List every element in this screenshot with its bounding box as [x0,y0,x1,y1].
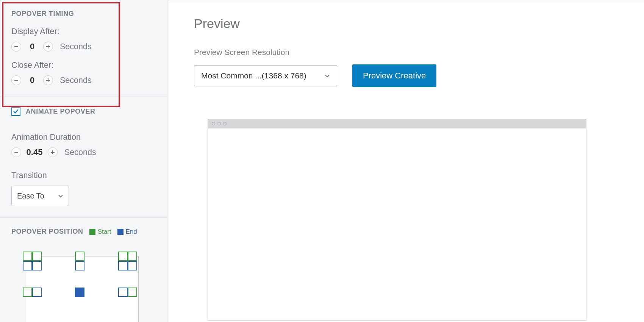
animate-popover-checkbox[interactable] [11,107,20,116]
legend-start-label: Start [98,228,111,236]
svg-rect-8 [51,152,55,153]
svg-rect-0 [14,46,18,47]
animation-duration-value: 0.45 [25,147,44,157]
resolution-label: Preview Screen Resolution [194,48,617,57]
square-filled-icon [89,229,95,235]
pos-end-top-right-inner[interactable] [118,261,128,270]
chevron-down-icon [325,73,330,78]
preview-window [208,119,586,320]
square-filled-icon [117,229,123,235]
pos-start-top-left-inner[interactable] [32,252,42,261]
close-after-label: Close After: [11,61,156,70]
pos-start-top-center[interactable] [75,252,84,261]
svg-rect-6 [14,152,18,153]
transition-select[interactable]: Ease To [11,186,69,206]
pos-start-top-left-outer[interactable] [23,252,32,261]
pos-end-top-center[interactable] [75,261,84,270]
plus-icon [46,78,50,82]
chevron-down-icon [58,193,63,199]
close-after-decrement[interactable] [11,75,21,85]
animation-duration-decrement[interactable] [11,147,21,157]
close-after-value: 0 [25,75,39,85]
pos-start-middle-right-outer[interactable] [128,288,137,297]
settings-sidebar: POPOVER TIMING Display After: 0 Seconds … [0,0,167,322]
animation-duration-unit: Seconds [64,148,96,157]
legend-start: Start [89,228,111,236]
close-after-stepper: 0 Seconds [11,75,156,85]
pos-end-top-left-inner[interactable] [32,261,42,270]
preview-creative-button[interactable]: Preview Creative [352,64,436,87]
position-grid [11,252,136,301]
display-after-value: 0 [25,42,39,52]
pos-end-middle-left-inner[interactable] [32,288,42,297]
animation-duration-label: Animation Duration [11,133,156,142]
svg-rect-2 [46,46,50,47]
window-dot-icon [217,122,221,125]
display-after-unit: Seconds [60,42,92,52]
pos-end-top-right-outer[interactable] [128,261,137,270]
close-after-increment[interactable] [43,75,53,85]
plus-icon [51,150,55,154]
display-after-decrement[interactable] [11,42,21,52]
display-after-stepper: 0 Seconds [11,42,156,52]
transition-label: Transition [11,171,156,180]
window-dot-icon [223,122,227,125]
animate-popover-title: ANIMATE POPOVER [26,108,95,116]
minus-icon [14,80,18,81]
svg-rect-3 [14,80,18,81]
page-title: Preview [194,16,617,31]
pos-start-middle-left-outer[interactable] [23,288,32,297]
pos-end-top-left-outer[interactable] [23,261,32,270]
svg-rect-5 [46,80,50,81]
animate-popover-section: ANIMATE POPOVER Animation Duration 0.45 … [0,97,167,218]
pos-start-top-right-outer[interactable] [128,252,137,261]
minus-icon [14,46,18,47]
popover-timing-section: POPOVER TIMING Display After: 0 Seconds … [0,0,167,97]
legend-end-label: End [126,228,137,236]
transition-selected-value: Ease To [17,192,44,200]
minus-icon [14,152,18,153]
preview-titlebar [208,119,586,128]
plus-icon [46,45,50,48]
animation-duration-increment[interactable] [48,147,58,157]
legend-end: End [117,228,137,236]
main-panel: Preview Preview Screen Resolution Most C… [167,0,644,322]
resolution-selected-value: Most Common ...(1368 x 768) [201,71,306,80]
close-after-unit: Seconds [60,76,92,85]
checkmark-icon [13,108,19,114]
pos-end-middle-right-inner[interactable] [118,288,128,297]
popover-timing-title: POPOVER TIMING [11,10,156,18]
pos-end-middle-center-selected[interactable] [75,288,84,297]
display-after-label: Display After: [11,27,156,36]
popover-position-section: POPOVER POSITION Start End [0,218,167,312]
popover-position-title: POPOVER POSITION [11,228,83,236]
animation-duration-stepper: 0.45 Seconds [11,147,156,157]
resolution-select[interactable]: Most Common ...(1368 x 768) [194,65,337,86]
display-after-increment[interactable] [43,42,53,52]
window-dot-icon [212,122,215,125]
pos-start-top-right-inner[interactable] [118,252,128,261]
